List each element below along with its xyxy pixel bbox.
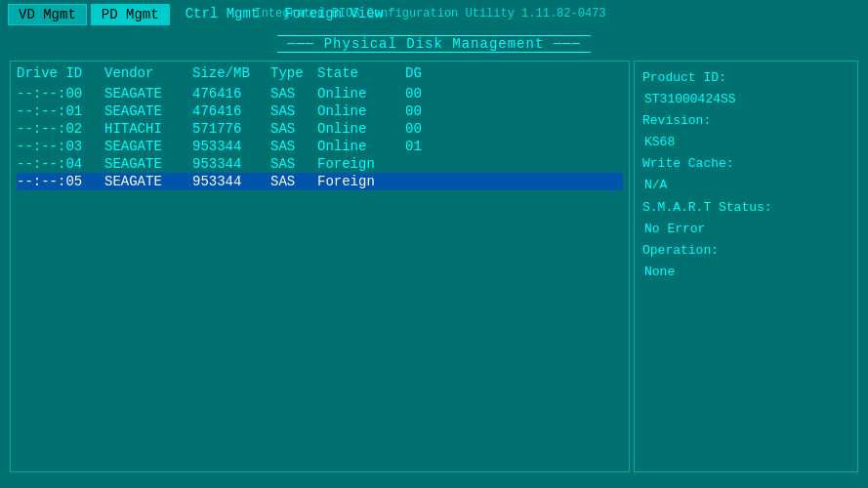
product-id-value: ST31000424SS	[642, 89, 849, 110]
col-header-vendor: Vendor	[104, 65, 192, 81]
cell-dg: 00	[405, 103, 444, 119]
table-header-row: Drive ID Vendor Size/MB Type State DG	[17, 65, 623, 81]
write-cache-label: Write Cache:	[642, 153, 849, 175]
cell-dg: 01	[405, 139, 444, 154]
cell-dg: 00	[405, 86, 444, 102]
cell-size: 571776	[192, 121, 270, 137]
cell-state: Foreign	[317, 156, 405, 172]
cell-vendor: HITACHI	[104, 121, 192, 137]
main-content: Drive ID Vendor Size/MB Type State DG --…	[0, 57, 868, 476]
menu-ctrl-mgmt[interactable]: Ctrl Mgmt	[174, 4, 271, 25]
operation-label: Operation:	[642, 240, 849, 262]
table-row[interactable]: --:--:03 SEAGATE 953344 SAS Online 01	[17, 138, 623, 155]
table-row[interactable]: --:--:01 SEAGATE 476416 SAS Online 00	[17, 102, 623, 120]
cell-dg	[405, 156, 444, 172]
cell-driveid: --:--:02	[17, 121, 104, 137]
cell-type: SAS	[270, 139, 317, 154]
cell-vendor: SEAGATE	[104, 174, 192, 189]
cell-type: SAS	[270, 174, 317, 189]
table-row[interactable]: --:--:04 SEAGATE 953344 SAS Foreign	[17, 155, 623, 173]
col-header-state: State	[317, 65, 405, 81]
cell-state: Online	[317, 121, 405, 137]
cell-state: Online	[317, 139, 405, 154]
col-header-driveid: Drive ID	[17, 65, 104, 81]
table-body: --:--:00 SEAGATE 476416 SAS Online 00 --…	[17, 85, 623, 190]
cell-type: SAS	[270, 103, 317, 119]
menu-bar: Integrated BIOS Configuration Utility 1.…	[0, 0, 868, 29]
revision-value: KS68	[642, 132, 849, 153]
cell-size: 953344	[192, 139, 270, 154]
smart-value: No Error	[642, 219, 849, 240]
col-header-dg: DG	[405, 65, 444, 81]
col-header-size: Size/MB	[192, 65, 270, 81]
cell-driveid: --:--:01	[17, 103, 104, 119]
menu-vd-mgmt[interactable]: VD Mgmt	[8, 4, 87, 25]
menu-pd-mgmt[interactable]: PD Mgmt	[91, 4, 170, 25]
cell-state: Foreign	[317, 174, 405, 189]
cell-size: 476416	[192, 86, 270, 102]
table-row[interactable]: --:--:02 HITACHI 571776 SAS Online 00	[17, 120, 623, 138]
cell-size: 476416	[192, 103, 270, 119]
cell-dg	[405, 174, 444, 189]
product-id-label: Product ID:	[642, 67, 849, 89]
cell-dg: 00	[405, 121, 444, 137]
cell-state: Online	[317, 103, 405, 119]
cell-size: 953344	[192, 156, 270, 172]
cell-type: SAS	[270, 156, 317, 172]
disk-table-panel: Drive ID Vendor Size/MB Type State DG --…	[10, 61, 630, 472]
col-header-type: Type	[270, 65, 317, 81]
cell-vendor: SEAGATE	[104, 156, 192, 172]
panel-title: ─── Physical Disk Management ───	[0, 29, 868, 57]
cell-vendor: SEAGATE	[104, 139, 192, 154]
table-row[interactable]: --:--:00 SEAGATE 476416 SAS Online 00	[17, 85, 623, 102]
cell-driveid: --:--:04	[17, 156, 104, 172]
cell-vendor: SEAGATE	[104, 86, 192, 102]
smart-label: S.M.A.R.T Status:	[642, 197, 849, 219]
write-cache-value: N/A	[642, 175, 849, 196]
cell-driveid: --:--:05	[17, 174, 104, 189]
cell-driveid: --:--:00	[17, 86, 104, 102]
menu-foreign-view[interactable]: Foreign View	[272, 4, 394, 25]
table-row[interactable]: --:--:05 SEAGATE 953344 SAS Foreign	[17, 173, 623, 190]
detail-panel: Product ID: ST31000424SS Revision: KS68 …	[634, 61, 858, 472]
revision-label: Revision:	[642, 110, 849, 132]
cell-vendor: SEAGATE	[104, 103, 192, 119]
cell-size: 953344	[192, 174, 270, 189]
cell-type: SAS	[270, 86, 317, 102]
cell-type: SAS	[270, 121, 317, 137]
operation-value: None	[642, 262, 849, 283]
cell-driveid: --:--:03	[17, 139, 104, 154]
cell-state: Online	[317, 86, 405, 102]
